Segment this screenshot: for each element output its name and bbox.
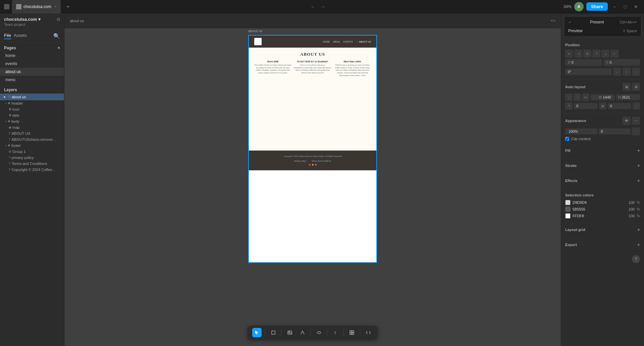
layer-copyright[interactable]: T Copyright © 2024 Coffee... — [0, 167, 64, 173]
layer-group1[interactable]: ⊞ Group 1 — [0, 149, 64, 155]
align-left-button[interactable]: ⊢ — [565, 50, 573, 58]
layer-footer[interactable]: ▾ ❖ footer — [0, 142, 64, 149]
flip-v-button[interactable]: ↕ — [623, 68, 631, 76]
layout-align-tl[interactable]: ⊤ — [565, 102, 573, 110]
color-swatch-2[interactable] — [565, 207, 571, 212]
align-top-button[interactable]: ⊤ — [592, 50, 600, 58]
vector-tool[interactable] — [298, 328, 307, 337]
layer-terms[interactable]: T Terms and Conditions — [0, 161, 64, 167]
toggle-sidebar-button[interactable]: ⊟ — [57, 17, 60, 22]
corner-more-button[interactable]: ⋯ — [632, 127, 640, 135]
color-swatch-1[interactable] — [565, 200, 571, 205]
forward-icon[interactable]: → — [319, 3, 327, 11]
layer-header[interactable]: ▾ ❖ header — [0, 100, 64, 106]
maximize-icon[interactable]: □ — [621, 3, 629, 11]
height-field[interactable]: H 2621 — [616, 94, 640, 100]
layout-more[interactable]: ⋮ — [633, 102, 640, 110]
layout-grid-add-button[interactable]: + — [637, 227, 640, 232]
align-bottom-button[interactable]: ⊦ — [610, 50, 619, 58]
footer-link-terms[interactable]: Terms and Conditions — [312, 160, 331, 162]
more-options-button[interactable]: ⋯ — [632, 68, 640, 76]
project-name[interactable]: chocstulsa.com ▾ — [4, 17, 41, 22]
assets-tab[interactable]: Assets — [14, 33, 27, 39]
appearance-more-button[interactable]: ⋯ — [632, 117, 640, 125]
rotate-field[interactable]: 0° — [565, 68, 612, 75]
back-icon[interactable]: ← — [309, 3, 317, 11]
export-add-button[interactable]: + — [637, 242, 640, 247]
active-tab[interactable]: chocstulsa.com × — [12, 0, 61, 13]
preview-option[interactable]: Preview ⇧ Space — [564, 26, 641, 35]
pad-field[interactable]: 0 — [608, 103, 632, 109]
help-button[interactable]: ? — [632, 255, 640, 263]
text-tool[interactable]: T — [331, 328, 340, 337]
layer-map[interactable]: ◉ map — [0, 124, 64, 130]
width-field[interactable]: |↔| W 1440 — [591, 94, 615, 100]
layer-icon[interactable]: ❖ Icon — [0, 106, 64, 112]
color-opacity-1[interactable]: 100 — [629, 200, 635, 205]
opacity-field[interactable]: 100% — [565, 128, 597, 134]
nav-events[interactable]: EVENTS — [343, 41, 353, 43]
nav-menu[interactable]: MENU — [333, 41, 340, 43]
cursor-tool[interactable] — [252, 328, 262, 337]
color-opacity-3[interactable]: 100 — [629, 214, 635, 218]
shape-tool[interactable] — [314, 328, 324, 337]
layout-dir-down[interactable]: ↓ — [565, 94, 573, 101]
add-page-button[interactable]: + — [58, 46, 60, 50]
corner-field[interactable]: 0 — [599, 128, 631, 134]
align-right-button[interactable]: ⊡ — [583, 50, 591, 58]
nav-about[interactable]: → ABOUT US — [356, 41, 371, 43]
layout-align-distribute[interactable]: ⊞ — [599, 102, 606, 110]
layer-body[interactable]: ▾ ❖ body — [0, 118, 64, 124]
design-frame[interactable]: HOME MENU EVENTS → ABOUT US ABOUT US — [248, 35, 377, 263]
effects-add-button[interactable]: + — [637, 178, 640, 183]
layer-aboutuschocs[interactable]: T ABOUTUSchocs-remove... — [0, 136, 64, 142]
gap-field[interactable]: 0 — [574, 103, 598, 109]
page-item-about-us[interactable]: about us — [0, 68, 64, 76]
color-opacity-2[interactable]: 100 — [629, 207, 635, 211]
y-label: Y — [606, 61, 608, 64]
stroke-add-button[interactable]: + — [637, 163, 640, 168]
visibility-button[interactable]: 👁 — [623, 117, 631, 125]
avatar[interactable]: A — [574, 2, 584, 11]
nav-home[interactable]: HOME — [323, 41, 330, 43]
layer-aboutus-text[interactable]: T ABOUT US — [0, 130, 64, 136]
page-item-menu[interactable]: menu — [0, 76, 64, 84]
search-button[interactable]: 🔍 — [53, 33, 60, 39]
auto-layout-settings-button[interactable]: ⊞ — [623, 83, 631, 91]
align-center-v-button[interactable]: ⊥ — [601, 50, 609, 58]
clip-content-checkbox[interactable]: ✓ — [565, 137, 569, 141]
flip-h-button[interactable]: ↔ — [613, 68, 621, 76]
share-button[interactable]: Share — [586, 2, 608, 11]
col2-link[interactable]: Find us on GrubHub right here. — [294, 64, 331, 67]
footer-link-privacy[interactable]: privacy policy — [294, 160, 306, 162]
rotate-row: 0° ↔ ↕ ⋯ — [565, 68, 640, 76]
present-option[interactable]: Present Ctrl+Alt+↵ — [564, 18, 641, 26]
frame-tool[interactable] — [269, 328, 278, 337]
y-field[interactable]: Y 0 — [603, 59, 640, 66]
page-item-home[interactable]: home — [0, 52, 64, 60]
new-tab-button[interactable]: + — [63, 2, 73, 11]
h-value: 2621 — [622, 95, 630, 99]
fill-add-button[interactable]: + — [637, 148, 640, 153]
image-tool[interactable] — [285, 328, 294, 337]
layer-tabs[interactable]: ❖ tabs — [0, 112, 64, 118]
layer-about-us[interactable]: ▾ ⊡ about us — [0, 94, 64, 100]
layout-dir-wrap[interactable]: ↩ — [582, 94, 589, 101]
code-toggle-icon[interactable]: <> — [551, 18, 555, 23]
color-hex-2[interactable]: 5B5555 — [573, 207, 627, 211]
code-tool[interactable] — [364, 328, 373, 337]
component-tool[interactable] — [347, 328, 357, 337]
auto-layout-add-button[interactable]: ⚙ — [632, 83, 640, 91]
color-hex-1[interactable]: D9D9D9 — [573, 200, 627, 205]
tab-close-button[interactable]: × — [55, 5, 57, 8]
layout-dir-right[interactable]: → — [574, 94, 581, 101]
export-title: Export + — [565, 242, 640, 247]
x-field[interactable]: X 0 — [565, 59, 602, 66]
color-swatch-3[interactable] — [565, 213, 571, 219]
page-item-events[interactable]: events — [0, 60, 64, 68]
file-tab[interactable]: File — [4, 33, 11, 39]
layer-privacy[interactable]: T privacy policy — [0, 155, 64, 161]
minimize-icon[interactable]: − — [610, 3, 619, 11]
close-icon[interactable]: ✕ — [632, 3, 640, 11]
align-center-h-button[interactable]: ⊣ — [574, 50, 582, 58]
